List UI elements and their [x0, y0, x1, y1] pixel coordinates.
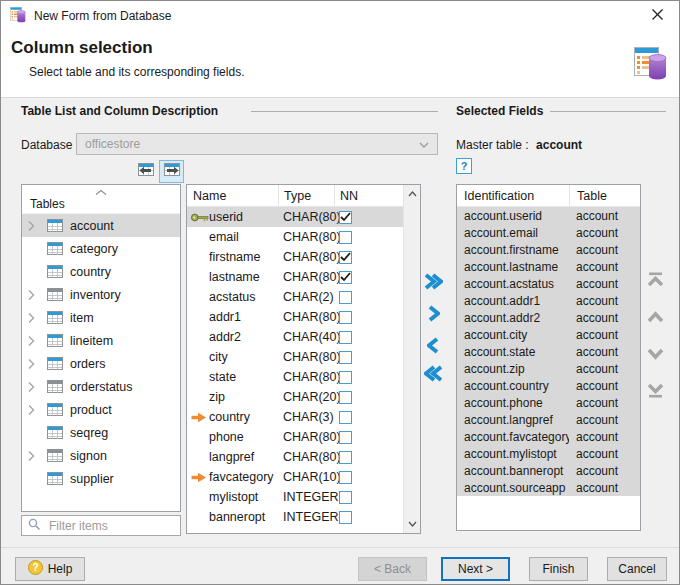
column-row-addr1[interactable]: addr1CHAR(80)	[187, 307, 403, 327]
table-item-signon[interactable]: signon	[22, 444, 180, 467]
back-button: < Back	[358, 557, 427, 581]
field-table: account	[569, 481, 640, 495]
selected-field-row[interactable]: account.langprefaccount	[457, 411, 640, 428]
nn-checkbox[interactable]	[339, 231, 352, 244]
expand-chevron-icon[interactable]	[28, 220, 40, 232]
column-row-zip[interactable]: zipCHAR(20)	[187, 387, 403, 407]
column-row-addr2[interactable]: addr2CHAR(40)	[187, 327, 403, 347]
table-item-account[interactable]: account	[22, 214, 180, 237]
column-row-userid[interactable]: useridCHAR(80)	[187, 207, 403, 227]
nn-checkbox[interactable]	[339, 451, 352, 464]
table-item-item[interactable]: item	[22, 306, 180, 329]
close-button[interactable]	[635, 1, 679, 31]
field-identification: account.langpref	[457, 413, 569, 427]
help-button[interactable]: ? Help	[15, 557, 85, 581]
move-table-right-button[interactable]	[159, 160, 184, 183]
expand-chevron-icon[interactable]	[28, 404, 40, 416]
expand-chevron-icon[interactable]	[28, 289, 40, 301]
table-item-category[interactable]: category	[22, 237, 180, 260]
table-item-seqreg[interactable]: seqreg	[22, 421, 180, 444]
expand-chevron-icon[interactable]	[28, 335, 40, 347]
column-row-country[interactable]: countryCHAR(3)	[187, 407, 403, 427]
scrollbar-down-button[interactable]	[404, 516, 420, 532]
selected-field-row[interactable]: account.banneroptaccount	[457, 462, 640, 479]
table-name: orders	[70, 357, 105, 371]
selected-field-row[interactable]: account.acstatusaccount	[457, 275, 640, 292]
table-item-lineitem[interactable]: lineitem	[22, 329, 180, 352]
column-row-firstname[interactable]: firstnameCHAR(80)	[187, 247, 403, 267]
expand-chevron-icon[interactable]	[28, 450, 40, 462]
selected-field-row[interactable]: account.phoneaccount	[457, 394, 640, 411]
expand-chevron-icon[interactable]	[28, 312, 40, 324]
selected-field-row[interactable]: account.useridaccount	[457, 207, 640, 224]
filter-input[interactable]	[47, 518, 180, 534]
remove-all-fields-button[interactable]	[422, 364, 444, 386]
column-row-langpref[interactable]: langprefCHAR(80)	[187, 447, 403, 467]
nn-checkbox[interactable]	[339, 491, 352, 504]
expand-chevron-icon[interactable]	[28, 358, 40, 370]
nn-checkbox[interactable]	[339, 211, 352, 224]
selected-field-row[interactable]: account.favcategoryaccount	[457, 428, 640, 445]
nn-checkbox[interactable]	[339, 251, 352, 264]
selected-field-row[interactable]: account.addr2account	[457, 309, 640, 326]
move-table-left-button[interactable]	[133, 160, 158, 183]
remove-field-button[interactable]	[422, 336, 444, 358]
selected-field-row[interactable]: account.stateaccount	[457, 343, 640, 360]
field-help-button[interactable]: ?	[456, 158, 472, 174]
table-item-product[interactable]: product	[22, 398, 180, 421]
selected-field-row[interactable]: account.lastnameaccount	[457, 258, 640, 275]
nn-checkbox[interactable]	[339, 391, 352, 404]
add-field-button[interactable]	[422, 304, 444, 326]
nn-checkbox[interactable]	[339, 331, 352, 344]
column-row-favcategory[interactable]: favcategoryCHAR(10)	[187, 467, 403, 487]
expand-chevron-icon[interactable]	[28, 381, 40, 393]
field-identification: account.addr2	[457, 311, 569, 325]
table-item-orderstatus[interactable]: orderstatus	[22, 375, 180, 398]
nn-cell	[334, 291, 403, 304]
selected-field-row[interactable]: account.sourceappaccount	[457, 479, 640, 496]
add-all-fields-button[interactable]	[422, 272, 444, 294]
footer-separator	[1, 547, 680, 548]
table-name: country	[70, 265, 111, 279]
column-row-email[interactable]: emailCHAR(80)	[187, 227, 403, 247]
column-name: zip	[209, 390, 278, 404]
nn-checkbox[interactable]	[339, 271, 352, 284]
nn-cell	[334, 351, 403, 364]
table-item-country[interactable]: country	[22, 260, 180, 283]
column-row-phone[interactable]: phoneCHAR(80)	[187, 427, 403, 447]
nn-checkbox[interactable]	[339, 471, 352, 484]
nn-checkbox[interactable]	[339, 371, 352, 384]
scroll-up-strip[interactable]	[22, 185, 180, 194]
selected-field-row[interactable]: account.addr1account	[457, 292, 640, 309]
scrollbar-up-button[interactable]	[404, 186, 420, 202]
selected-field-row[interactable]: account.zipaccount	[457, 360, 640, 377]
column-row-banneropt[interactable]: banneroptINTEGER	[187, 507, 403, 527]
nn-checkbox[interactable]	[339, 291, 352, 304]
cancel-button[interactable]: Cancel	[607, 557, 667, 581]
nn-checkbox[interactable]	[339, 511, 352, 524]
column-row-mylistopt[interactable]: mylistoptINTEGER	[187, 487, 403, 507]
next-button[interactable]: Next >	[441, 557, 510, 581]
nn-checkbox[interactable]	[339, 411, 352, 424]
move-down-button	[645, 346, 665, 364]
selected-field-row[interactable]: account.emailaccount	[457, 224, 640, 241]
nn-checkbox[interactable]	[339, 431, 352, 444]
field-table: account	[569, 294, 640, 308]
column-header-type: Type	[278, 185, 334, 206]
selected-field-row[interactable]: account.cityaccount	[457, 326, 640, 343]
column-row-state[interactable]: stateCHAR(80)	[187, 367, 403, 387]
column-row-city[interactable]: cityCHAR(80)	[187, 347, 403, 367]
table-item-supplier[interactable]: supplier	[22, 467, 180, 490]
selected-field-row[interactable]: account.mylistoptaccount	[457, 445, 640, 462]
selected-field-row[interactable]: account.countryaccount	[457, 377, 640, 394]
finish-button[interactable]: Finish	[529, 557, 588, 581]
selected-field-row[interactable]: account.firstnameaccount	[457, 241, 640, 258]
table-item-orders[interactable]: orders	[22, 352, 180, 375]
right-group-line	[550, 111, 666, 112]
nn-checkbox[interactable]	[339, 351, 352, 364]
column-row-lastname[interactable]: lastnameCHAR(80)	[187, 267, 403, 287]
vertical-scrollbar[interactable]	[403, 185, 420, 533]
nn-checkbox[interactable]	[339, 311, 352, 324]
column-row-acstatus[interactable]: acstatusCHAR(2)	[187, 287, 403, 307]
table-item-inventory[interactable]: inventory	[22, 283, 180, 306]
